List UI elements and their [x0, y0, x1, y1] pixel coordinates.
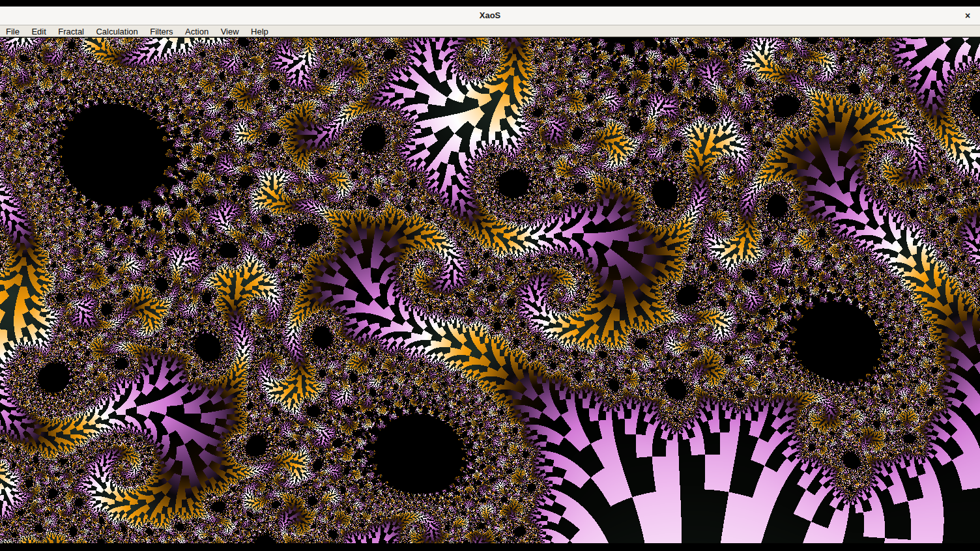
fractal-viewport — [0, 38, 980, 543]
menu-item-help[interactable]: Help — [246, 26, 273, 38]
menu-item-filters[interactable]: Filters — [145, 26, 177, 38]
window-titlebar: XaoS × — [0, 7, 980, 25]
menu-item-calculation[interactable]: Calculation — [91, 26, 142, 38]
fractal-canvas[interactable] — [0, 38, 980, 543]
menu-bar: File Edit Fractal Calculation Filters Ac… — [0, 25, 980, 37]
window-close-button[interactable]: × — [960, 8, 975, 23]
menu-item-edit[interactable]: Edit — [27, 26, 50, 38]
menu-item-file[interactable]: File — [1, 26, 24, 38]
menu-item-action[interactable]: Action — [180, 26, 213, 38]
menu-item-fractal[interactable]: Fractal — [53, 26, 89, 38]
menu-item-view[interactable]: View — [216, 26, 244, 38]
window-title: XaoS — [0, 7, 980, 25]
screen-edge-top — [0, 0, 980, 7]
screen-edge-bottom — [0, 543, 980, 551]
